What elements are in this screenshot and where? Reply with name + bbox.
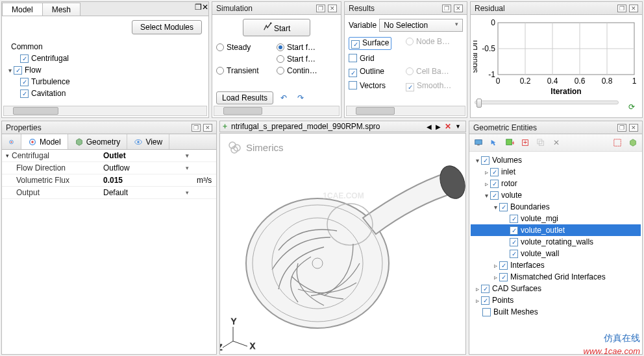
tree-volute-outlet[interactable]: volute_outlet	[471, 224, 641, 236]
viewport-3d[interactable]: Simerics	[219, 133, 466, 355]
geo-copy-icon[interactable]	[534, 136, 547, 149]
tab-mesh[interactable]: Mesh	[42, 3, 80, 16]
tab-close-icon[interactable]: ✕	[443, 122, 453, 131]
simulation-title: Simulation	[216, 4, 314, 13]
results-title: Results	[349, 4, 440, 13]
radio-transient[interactable]: Transient	[216, 66, 277, 75]
run-icon	[263, 22, 272, 31]
prop-name-output: Output	[2, 187, 99, 199]
restore-icon[interactable]: ❐	[617, 124, 626, 132]
tree-turbulence[interactable]: Turbulence	[3, 76, 207, 88]
prop-val-outflow[interactable]: Outflow	[99, 162, 193, 174]
checkbox-flow[interactable]	[14, 66, 22, 75]
sim-hscroll[interactable]	[214, 106, 340, 116]
geo-del-icon[interactable]: ✕	[550, 136, 563, 149]
tree-cad[interactable]: ▹CAD Surfaces	[471, 283, 641, 294]
geo-add-icon[interactable]: +	[503, 136, 516, 149]
restore-icon[interactable]: ❐	[617, 5, 626, 12]
svg-text:0.4: 0.4	[547, 77, 558, 86]
tree-rotor[interactable]: ▹rotor	[471, 178, 641, 189]
svg-text:0.6: 0.6	[575, 77, 586, 86]
restore-icon[interactable]: ❐	[442, 5, 451, 12]
refresh-icon[interactable]: ⟳	[625, 101, 638, 113]
prop-val-outlet[interactable]: Outlet	[99, 150, 193, 162]
radio-cellba[interactable]: Cell Ba…	[406, 67, 463, 77]
prop-val-output[interactable]: Default	[99, 187, 193, 199]
residual-chart: sidual Drı 0 -0.5 -1 0 0.2 0.4 0.6 0.8 1…	[473, 18, 641, 95]
geo-addred-icon[interactable]: +	[519, 136, 532, 149]
select-modules-button[interactable]: Select Modules	[132, 20, 202, 34]
svg-text:1: 1	[632, 77, 637, 86]
results-hscroll[interactable]	[346, 106, 465, 116]
close-icon[interactable]: ✕	[454, 5, 463, 12]
checkbox-cavitation[interactable]	[20, 89, 29, 98]
tab-next-icon[interactable]: ▶	[434, 123, 443, 130]
chk-smooth[interactable]: Smooth…	[406, 81, 463, 91]
radio-contin[interactable]: Contin…	[277, 66, 337, 75]
tree-interfaces[interactable]: ▹Interfaces	[471, 259, 641, 271]
prop-tab-tree-icon[interactable]	[2, 134, 21, 149]
tree-inlet[interactable]: ▹inlet	[471, 166, 641, 178]
prop-name-centrifugal[interactable]: ▾Centrifugal	[2, 150, 99, 162]
close-icon[interactable]: ✕	[202, 3, 208, 16]
tree-volumes[interactable]: ▾Volumes	[471, 154, 641, 166]
tree-boundaries[interactable]: ▾Boundaries	[471, 201, 641, 213]
chk-grid[interactable]: Grid	[349, 54, 406, 63]
redo-icon[interactable]: ↷	[294, 91, 307, 104]
geo-select-icon[interactable]	[611, 136, 624, 149]
model-hscroll[interactable]	[3, 106, 207, 116]
radio-steady[interactable]: Steady	[216, 43, 277, 52]
close-icon[interactable]: ✕	[629, 124, 638, 132]
variable-dropdown[interactable]: No Selection▾	[379, 19, 463, 32]
tab-model[interactable]: Model	[2, 3, 43, 16]
radio-startf1[interactable]: Start f…	[277, 43, 337, 52]
new-tab-plus-icon[interactable]: +	[223, 122, 227, 131]
tab-menu-icon[interactable]: ▼	[453, 123, 463, 130]
prop-unit-flux: m³/s	[193, 174, 216, 187]
restore-icon[interactable]: ❐	[192, 124, 201, 132]
tree-mismatched[interactable]: ▹Mismatched Grid Interfaces	[471, 271, 641, 283]
close-icon[interactable]: ✕	[629, 5, 638, 12]
chk-vectors[interactable]: Vectors	[349, 81, 406, 91]
checkbox-turbulence[interactable]	[20, 78, 29, 86]
tree-built[interactable]: Built Meshes	[471, 306, 641, 318]
geo-pick-icon[interactable]	[488, 136, 501, 149]
geo-screen-icon[interactable]	[472, 136, 485, 149]
radio-startf2[interactable]: Start f…	[277, 54, 337, 64]
expand-icon[interactable]: ▾	[6, 67, 14, 74]
undo-icon[interactable]: ↶	[277, 91, 290, 104]
svg-text:0: 0	[491, 18, 495, 27]
tree-volute-rotwalls[interactable]: volute_rotating_walls	[471, 236, 641, 248]
geo-box-icon[interactable]	[626, 136, 639, 149]
prop-val-flux[interactable]: 0.015	[99, 174, 193, 187]
tree-volute-mgi[interactable]: volute_mgi	[471, 213, 641, 224]
svg-text:-0.5: -0.5	[482, 44, 495, 53]
prop-name-volflux: Volumetric Flux	[2, 174, 99, 187]
residual-slider[interactable]	[475, 101, 619, 104]
radio-nodeb[interactable]: Node B…	[406, 37, 463, 50]
restore-icon[interactable]: ❐	[316, 5, 325, 12]
checkbox-centrifugal[interactable]	[20, 54, 29, 63]
svg-point-19	[10, 141, 12, 142]
viewport-filename[interactable]: ntrifugal_s_prepared_model_990RPM.spro	[231, 122, 425, 131]
close-icon[interactable]: ✕	[203, 124, 212, 132]
tree-volute[interactable]: ▾volute	[471, 189, 641, 201]
tree-points[interactable]: ▹Points	[471, 294, 641, 306]
start-button[interactable]: Start	[243, 19, 311, 36]
tree-volute-wall[interactable]: volute_wall	[471, 248, 641, 259]
tree-flow[interactable]: ▾ Flow	[3, 64, 207, 76]
prop-tab-geometry[interactable]: Geometry	[68, 134, 128, 149]
chk-outline[interactable]: Outline	[349, 67, 406, 77]
tree-cavitation[interactable]: Cavitation	[3, 88, 207, 99]
residual-title: Residual	[475, 4, 615, 13]
geom-title: Geometric Entities	[473, 123, 615, 132]
tree-centrifugal[interactable]: Centrifugal	[3, 53, 207, 64]
chk-surface[interactable]: Surface	[349, 37, 391, 50]
restore-icon[interactable]: ❐	[195, 3, 202, 16]
close-icon[interactable]: ✕	[328, 5, 337, 12]
prop-tab-model[interactable]: Model	[21, 134, 68, 149]
tree-common[interactable]: Common	[3, 41, 207, 53]
prop-tab-view[interactable]: View	[127, 134, 169, 149]
load-results-button[interactable]: Load Results	[216, 91, 273, 104]
tab-prev-icon[interactable]: ◀	[425, 123, 434, 130]
